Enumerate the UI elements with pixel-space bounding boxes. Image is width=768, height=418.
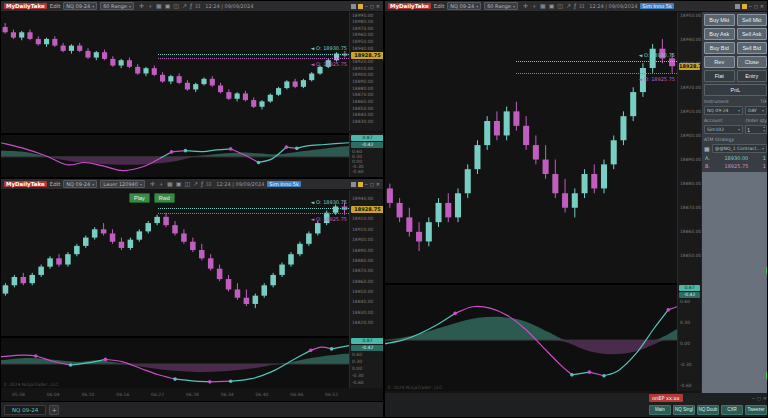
minimize-icon[interactable]: ─	[752, 395, 755, 401]
rewind-button[interactable]: Rwd	[154, 193, 175, 203]
sell-mkt-button[interactable]: Sell Mkt	[737, 14, 768, 26]
footer-button[interactable]: Main	[649, 405, 671, 415]
grid-icon[interactable]: ▦	[540, 2, 546, 10]
period-dropdown[interactable]: 60 Range▾	[484, 2, 518, 10]
minimize-icon[interactable]: ─	[365, 181, 368, 187]
minimize-icon[interactable]: ─	[365, 3, 368, 9]
crosshair-icon[interactable]: ✛	[139, 2, 144, 10]
price-tick: 18820.00	[352, 320, 373, 325]
candlestick-chart[interactable]	[385, 12, 677, 283]
maximize-icon[interactable]: ◻	[370, 181, 374, 187]
grid-icon[interactable]: ▦	[167, 180, 173, 188]
workspace-active-icon[interactable]	[358, 182, 363, 187]
account-badge[interactable]: Sim Inno 5k	[640, 3, 674, 9]
buy-ask-button[interactable]: Buy Ask	[704, 28, 735, 40]
footer-button[interactable]: NQ Singl	[673, 405, 695, 415]
account-badge[interactable]: Sim Inno 5k	[267, 181, 301, 187]
tab-instrument[interactable]: NQ 09-24	[4, 405, 46, 415]
snapshot-icon[interactable]: ⊡	[579, 2, 584, 10]
indicator-icon[interactable]: ƒ	[574, 2, 576, 10]
menu-edit[interactable]: Edit	[434, 3, 445, 9]
atm-strategy-select[interactable]: @@NQ_1 Contract…▾	[712, 144, 767, 153]
period-dropdown[interactable]: 60 Range▾	[100, 2, 134, 10]
price-pane[interactable]: ◄ O: 18930.75◄ O: 18925.75	[1, 190, 349, 336]
candlestick-chart[interactable]	[1, 190, 349, 336]
atm-grid-icon[interactable]: ▦	[704, 145, 710, 152]
buy-bid-button[interactable]: Buy Bid	[704, 42, 735, 54]
snapshot-icon[interactable]: ⊡	[195, 2, 200, 10]
sell-bid-button[interactable]: Sell Bid	[737, 42, 768, 54]
oscillator-chart[interactable]	[1, 338, 349, 388]
period-value: 60 Range	[487, 3, 511, 9]
window-icon[interactable]: ◫	[173, 2, 179, 10]
workspace-active-icon[interactable]	[358, 4, 363, 9]
snapshot-icon[interactable]: ⊡	[206, 180, 211, 188]
close-icon[interactable]: ✕	[376, 3, 380, 9]
close-icon[interactable]: ✕	[760, 3, 764, 9]
add-tab-button[interactable]: +	[49, 405, 59, 415]
indicator-pane[interactable]: © 2024 NinjaTrader, LLC	[1, 336, 349, 388]
add-icon[interactable]: ＋	[147, 2, 153, 10]
play-button[interactable]: Play	[129, 193, 150, 203]
menu-edit[interactable]: Edit	[50, 181, 61, 187]
price-axis[interactable]: 18950.0018940.0018930.0018920.0018910.00…	[677, 12, 701, 283]
price-pane[interactable]: ◄ O: 18930.75◄ O: 18925.75	[385, 12, 677, 283]
crosshair-icon[interactable]: ✛	[523, 2, 528, 10]
indicator-pane[interactable]: © 2024 NinjaTrader, LLC	[385, 283, 677, 391]
add-icon[interactable]: ＋	[158, 180, 164, 188]
panel-icon[interactable]: ▣	[176, 180, 182, 188]
close-icon[interactable]: ✕	[376, 181, 380, 187]
window-icon[interactable]: ◫	[557, 2, 563, 10]
indicator-pane[interactable]	[1, 133, 349, 177]
panel-icon[interactable]: ▣	[549, 2, 555, 10]
close-button[interactable]: Close	[737, 56, 768, 68]
indicator-icon[interactable]: ƒ	[201, 180, 203, 188]
workspace-icon[interactable]	[351, 4, 356, 9]
maximize-icon[interactable]: ◻	[754, 3, 758, 9]
grid-icon[interactable]: ▦	[156, 2, 162, 10]
oscillator-chart[interactable]	[1, 135, 349, 177]
footer-button[interactable]: NQ Doub	[697, 405, 719, 415]
candlestick-chart[interactable]	[1, 12, 349, 131]
panel-icon[interactable]: ▣	[165, 2, 171, 10]
quantity-stepper[interactable]: 1▴▾	[745, 125, 767, 134]
spinner-arrows-icon[interactable]: ▴▾	[763, 126, 765, 133]
period-dropdown[interactable]: Lauer 120940▾	[100, 180, 145, 188]
pnl-button[interactable]: PnL	[704, 84, 767, 96]
workspace-icon[interactable]	[735, 4, 740, 9]
sell-ask-button[interactable]: Sell Ask	[737, 28, 768, 40]
buy-mkt-button[interactable]: Buy Mkt	[704, 14, 735, 26]
indicator-axis[interactable]: 0.87-0.420.600.300.00-0.30-0.60	[349, 133, 384, 177]
indicator-axis[interactable]: 0.87-0.420.600.300.00-0.30-0.60	[677, 283, 701, 391]
close-icon[interactable]: ✕	[763, 395, 767, 401]
trend-icon[interactable]: ↗	[566, 2, 571, 10]
entry-button[interactable]: Entry	[737, 70, 768, 82]
footer-button[interactable]: CXR	[721, 405, 743, 415]
tif-select[interactable]: DAY▾	[745, 106, 767, 115]
workspace-active-icon[interactable]	[742, 4, 747, 9]
add-icon[interactable]: ＋	[531, 2, 537, 10]
footer-button[interactable]: Tweezer	[745, 405, 767, 415]
flat-button[interactable]: Flat	[704, 70, 735, 82]
oscillator-chart[interactable]	[385, 285, 677, 391]
maximize-icon[interactable]: ◻	[757, 395, 761, 401]
reverse-button[interactable]: Rev	[704, 56, 735, 68]
price-axis[interactable]: 18940.0018930.0018920.0018910.0018900.00…	[349, 190, 384, 336]
account-select[interactable]: Sim102▾	[704, 125, 743, 134]
indicator-axis[interactable]: 0.87-0.420.600.300.00-0.30-0.60	[349, 336, 384, 388]
menu-edit[interactable]: Edit	[50, 3, 61, 9]
trend-icon[interactable]: ↗	[193, 180, 198, 188]
price-pane[interactable]: ◄ O: 18930.75◄ O: 18925.75	[1, 12, 349, 131]
instrument-dropdown[interactable]: NQ 09-24▾	[63, 2, 97, 10]
maximize-icon[interactable]: ◻	[370, 3, 374, 9]
instrument-dropdown[interactable]: NQ 09-24▾	[63, 180, 97, 188]
indicator-icon[interactable]: ƒ	[190, 2, 192, 10]
crosshair-icon[interactable]: ✛	[150, 180, 155, 188]
minimize-icon[interactable]: ─	[749, 3, 752, 9]
trader-instrument-select[interactable]: NQ 09-24▾	[704, 106, 743, 115]
window-icon[interactable]: ◫	[184, 180, 190, 188]
instrument-dropdown[interactable]: NQ 09-24▾	[447, 2, 481, 10]
trend-icon[interactable]: ↗	[182, 2, 187, 10]
price-axis[interactable]: 18990.0018980.0018970.0018960.0018950.00…	[349, 12, 384, 131]
workspace-icon[interactable]	[351, 182, 356, 187]
